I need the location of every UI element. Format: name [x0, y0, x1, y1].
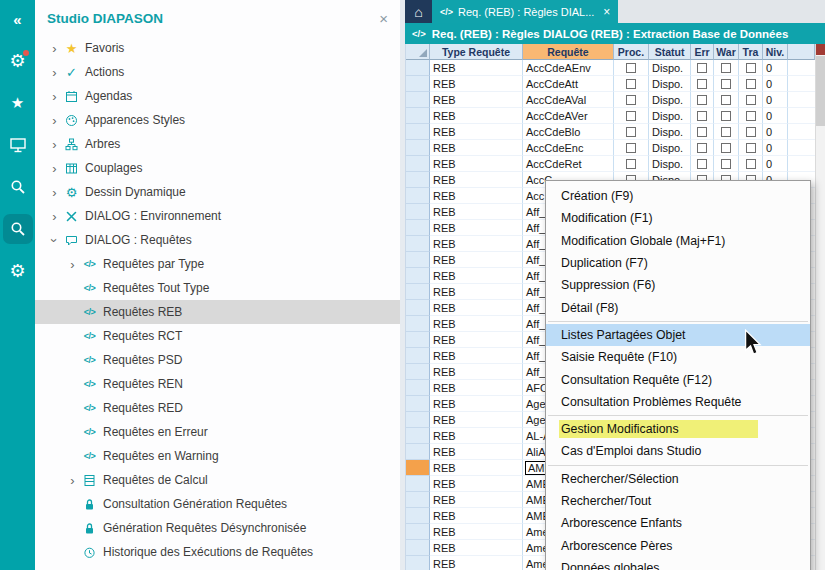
checkbox[interactable] — [697, 95, 707, 105]
cell-statut[interactable]: Dispo. — [649, 124, 691, 140]
context-menu-item[interactable]: Listes Partagées Objet — [546, 324, 810, 346]
cell-type-requete[interactable]: REB — [430, 76, 523, 92]
cell-type-requete[interactable]: REB — [430, 300, 523, 316]
cell-statut[interactable]: Dispo. — [649, 92, 691, 108]
cell-type-requete[interactable]: REB — [430, 108, 523, 124]
cell-requete[interactable]: AccCdeAVer — [523, 108, 614, 124]
sidebar-item[interactable]: Génération Requêtes Désynchronisée — [35, 516, 400, 540]
cell-type-requete[interactable]: REB — [430, 284, 523, 300]
cell-war[interactable] — [714, 108, 739, 124]
row-selector-cell[interactable] — [406, 92, 430, 108]
checkbox[interactable] — [721, 127, 731, 137]
row-selector-cell[interactable] — [406, 540, 430, 556]
cell-type-requete[interactable]: REB — [430, 332, 523, 348]
table-row[interactable]: REBAccCdeAValDispo.0 — [406, 92, 815, 108]
cell-err[interactable] — [691, 76, 714, 92]
settings-icon[interactable]: ⚙ — [3, 256, 33, 286]
sidebar-item[interactable]: </>Requêtes REB — [35, 300, 400, 324]
sidebar-item[interactable]: ›DIALOG : Environnement — [35, 204, 400, 228]
row-filler[interactable] — [788, 140, 815, 156]
cell-type-requete[interactable]: REB — [430, 444, 523, 460]
table-row[interactable]: REBAccCdeAEnvDispo.0 — [406, 60, 815, 76]
cell-war[interactable] — [714, 76, 739, 92]
cell-tra[interactable] — [739, 60, 763, 76]
context-menu-item[interactable]: Données globales — [546, 557, 810, 570]
column-header[interactable]: War — [714, 44, 739, 60]
favorites-icon[interactable]: ★ — [3, 88, 33, 118]
sidebar-item[interactable]: ›Agendas — [35, 84, 400, 108]
context-menu-item[interactable]: Rechercher/Tout — [546, 490, 810, 512]
column-header[interactable]: Err — [691, 44, 714, 60]
sidebar-item[interactable]: Consultation Génération Requêtes — [35, 492, 400, 516]
cell-niv[interactable]: 0 — [763, 92, 788, 108]
context-menu-item[interactable]: Modification Globale (Maj+F1) — [546, 230, 810, 252]
row-selector-cell[interactable] — [406, 252, 430, 268]
cell-type-requete[interactable]: REB — [430, 508, 523, 524]
cell-type-requete[interactable]: REB — [430, 236, 523, 252]
context-menu-item[interactable]: Détail (F8) — [546, 296, 810, 318]
cell-type-requete[interactable]: REB — [430, 428, 523, 444]
checkbox[interactable] — [721, 159, 731, 169]
cell-war[interactable] — [714, 92, 739, 108]
row-selector-cell[interactable] — [406, 556, 430, 570]
row-selector-cell[interactable] — [406, 124, 430, 140]
checkbox[interactable] — [746, 143, 756, 153]
column-header[interactable]: Proc. — [614, 44, 649, 60]
context-menu-item[interactable]: Consultation Problèmes Requête — [546, 391, 810, 413]
table-row[interactable]: REBAccCdeBloDispo.0 — [406, 124, 815, 140]
sidebar-item[interactable]: Historique des Exécutions de Requêtes — [35, 540, 400, 564]
row-filler[interactable] — [788, 108, 815, 124]
row-selector-cell[interactable] — [406, 140, 430, 156]
checkbox[interactable] — [626, 95, 636, 105]
cell-type-requete[interactable]: REB — [430, 172, 523, 188]
cell-tra[interactable] — [739, 124, 763, 140]
cell-proc[interactable] — [614, 124, 649, 140]
chevron-right-icon[interactable]: › — [47, 185, 62, 200]
cell-statut[interactable]: Dispo. — [649, 156, 691, 172]
cell-niv[interactable]: 0 — [763, 124, 788, 140]
row-filler[interactable] — [788, 92, 815, 108]
column-header[interactable]: Niv. — [763, 44, 788, 60]
cell-type-requete[interactable]: REB — [430, 540, 523, 556]
chevron-right-icon[interactable]: › — [65, 473, 80, 488]
row-selector-cell[interactable] — [406, 76, 430, 92]
scrollbar-thumb[interactable] — [816, 56, 825, 126]
table-row[interactable]: REBAccCdeEncDispo.0 — [406, 140, 815, 156]
cell-tra[interactable] — [739, 156, 763, 172]
cell-type-requete[interactable]: REB — [430, 556, 523, 570]
chevron-right-icon[interactable]: › — [47, 209, 62, 224]
checkbox[interactable] — [721, 111, 731, 121]
cell-type-requete[interactable]: REB — [430, 92, 523, 108]
row-selector-cell[interactable] — [406, 492, 430, 508]
row-filler[interactable] — [788, 60, 815, 76]
cell-err[interactable] — [691, 108, 714, 124]
checkbox[interactable] — [626, 79, 636, 89]
vertical-scrollbar[interactable] — [815, 44, 825, 570]
checkbox[interactable] — [721, 143, 731, 153]
chevron-down-icon[interactable]: › — [47, 233, 62, 248]
cell-type-requete[interactable]: REB — [430, 140, 523, 156]
checkbox[interactable] — [697, 79, 707, 89]
tab-active[interactable]: </> Req. (REB) : Règles DIAL... × — [432, 0, 618, 23]
cell-niv[interactable]: 0 — [763, 108, 788, 124]
cell-niv[interactable]: 0 — [763, 60, 788, 76]
sidebar-item[interactable]: ›</>Requêtes par Type — [35, 252, 400, 276]
cell-type-requete[interactable]: REB — [430, 460, 523, 476]
row-selector-cell[interactable] — [406, 300, 430, 316]
cell-err[interactable] — [691, 140, 714, 156]
sidebar-item[interactable]: ›Apparences Styles — [35, 108, 400, 132]
cell-requete[interactable]: AccCdeAEnv — [523, 60, 614, 76]
sidebar-item[interactable]: ›⚙Dessin Dynamique — [35, 180, 400, 204]
cell-type-requete[interactable]: REB — [430, 188, 523, 204]
row-selector-cell[interactable] — [406, 220, 430, 236]
cell-type-requete[interactable]: REB — [430, 396, 523, 412]
cell-type-requete[interactable]: REB — [430, 380, 523, 396]
sidebar-item[interactable]: ›✓Actions — [35, 60, 400, 84]
cell-requete[interactable]: AccCdeAtt — [523, 76, 614, 92]
sidebar-item[interactable]: </>Requêtes RED — [35, 396, 400, 420]
checkbox[interactable] — [746, 159, 756, 169]
row-filler[interactable] — [788, 124, 815, 140]
checkbox[interactable] — [697, 159, 707, 169]
cell-type-requete[interactable]: REB — [430, 524, 523, 540]
row-selector-cell[interactable] — [406, 188, 430, 204]
